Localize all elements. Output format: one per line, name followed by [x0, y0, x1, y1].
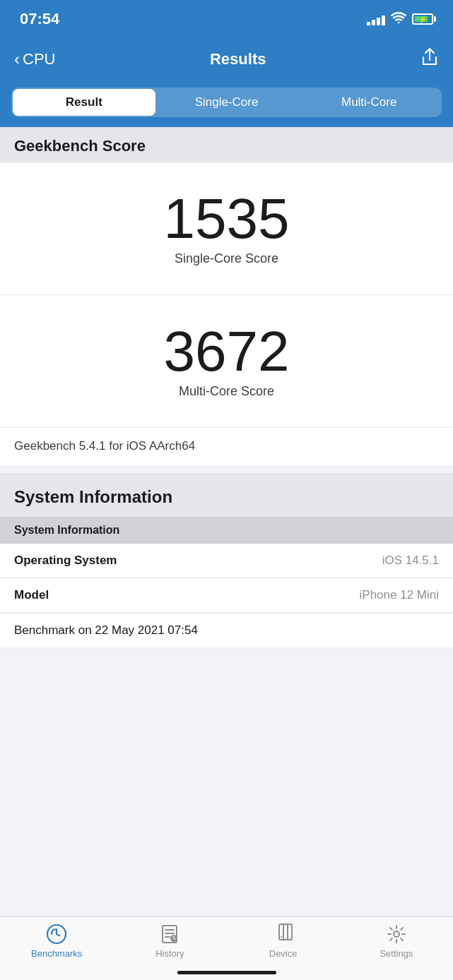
os-value: iOS 14.5.1	[382, 554, 439, 568]
home-indicator	[177, 971, 276, 974]
tab-settings[interactable]: Settings	[340, 923, 453, 959]
settings-icon	[385, 923, 408, 945]
single-core-score-label: Single-Core Score	[175, 251, 278, 266]
settings-tab-label: Settings	[380, 948, 413, 959]
geekbench-score-title: Geekbench Score	[14, 137, 146, 155]
single-core-score-value: 1535	[164, 191, 290, 247]
tab-result[interactable]: Result	[13, 89, 155, 116]
device-tab-label: Device	[269, 948, 298, 959]
multi-core-score-label: Multi-Core Score	[179, 384, 274, 399]
segmented-control: Result Single-Core Multi-Core	[11, 88, 442, 117]
model-value: iPhone 12 Mini	[360, 588, 439, 602]
tab-multi-core[interactable]: Multi-Core	[298, 89, 440, 116]
system-info-table: System Information Operating System iOS …	[0, 517, 453, 647]
segmented-bar: Result Single-Core Multi-Core	[0, 80, 453, 127]
tab-benchmarks[interactable]: Benchmarks	[0, 923, 113, 959]
wifi-icon	[391, 12, 406, 27]
system-info-section: System Information	[0, 473, 453, 517]
history-icon	[158, 923, 181, 945]
table-row-model: Model iPhone 12 Mini	[0, 578, 453, 613]
table-header: System Information	[0, 517, 453, 544]
table-header-label: System Information	[14, 524, 119, 536]
status-time: 07:54	[20, 10, 59, 28]
tab-history[interactable]: History	[113, 923, 226, 959]
status-bar: 07:54 ⚡	[0, 0, 453, 38]
geekbench-score-header: Geekbench Score	[0, 127, 453, 162]
benchmark-date-text: Benchmark on 22 May 2021 07:54	[14, 623, 198, 637]
single-core-score-area: 1535 Single-Core Score	[0, 162, 453, 294]
table-row-os: Operating System iOS 14.5.1	[0, 544, 453, 578]
history-tab-label: History	[155, 948, 184, 959]
benchmarks-icon	[45, 923, 68, 945]
version-info-text: Geekbench 5.4.1 for iOS AArch64	[14, 439, 195, 453]
multi-core-score-area: 3672 Multi-Core Score	[0, 294, 453, 427]
back-button[interactable]: ‹ CPU	[14, 49, 55, 69]
chevron-left-icon: ‹	[14, 49, 20, 69]
model-label: Model	[14, 588, 49, 602]
tab-single-core[interactable]: Single-Core	[155, 89, 298, 116]
signal-icon	[367, 13, 385, 25]
device-icon	[272, 923, 295, 945]
version-info-row: Geekbench 5.4.1 for iOS AArch64	[0, 427, 453, 465]
tab-device[interactable]: Device	[227, 923, 340, 959]
benchmark-date-row: Benchmark on 22 May 2021 07:54	[0, 613, 453, 647]
system-info-title: System Information	[14, 487, 172, 506]
battery-icon: ⚡	[412, 13, 433, 25]
navigation-bar: ‹ CPU Results	[0, 38, 453, 80]
page-title: Results	[210, 50, 266, 68]
svg-point-9	[394, 931, 399, 937]
back-label: CPU	[23, 50, 55, 68]
multi-core-score-value: 3672	[164, 323, 290, 380]
scores-container: 1535 Single-Core Score 3672 Multi-Core S…	[0, 162, 453, 465]
status-icons: ⚡	[367, 12, 433, 27]
os-label: Operating System	[14, 554, 117, 568]
benchmarks-tab-label: Benchmarks	[31, 948, 82, 959]
share-button[interactable]	[420, 47, 439, 71]
